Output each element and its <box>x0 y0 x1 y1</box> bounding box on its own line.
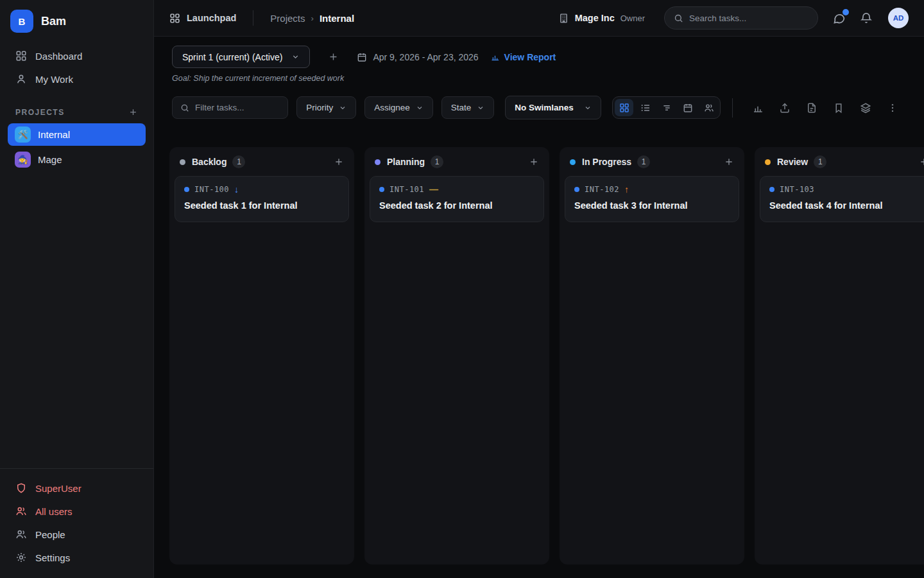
task-status-dot <box>379 187 384 192</box>
sidebar-item-people[interactable]: People <box>0 523 153 546</box>
column-name: Review <box>777 157 808 167</box>
column-status-dot <box>375 159 381 165</box>
layers-icon <box>860 102 871 114</box>
state-filter-dropdown[interactable]: State <box>441 96 495 119</box>
sidebar-project-mage[interactable]: 🧙 Mage <box>8 148 146 171</box>
column-name: In Progress <box>582 157 631 167</box>
priority-high-icon: ↑ <box>624 185 629 194</box>
sidebar-item-all-users[interactable]: All users <box>0 500 153 523</box>
search-input[interactable] <box>689 13 809 23</box>
chevron-down-icon <box>339 104 346 112</box>
export-button[interactable] <box>779 102 791 114</box>
priority-filter-label: Priority <box>306 103 333 112</box>
bookmarks-button[interactable] <box>833 102 844 114</box>
add-card-button[interactable] <box>724 157 734 167</box>
org-switcher[interactable]: Mage Inc Owner <box>558 13 645 24</box>
task-id: INT-103 <box>780 185 814 194</box>
task-card[interactable]: INT-100 ↓ Seeded task 1 for Internal <box>175 176 349 222</box>
breadcrumb: Projects › Internal <box>270 13 354 24</box>
bar-chart-icon <box>752 102 764 114</box>
add-card-button[interactable] <box>334 157 344 167</box>
add-project-button[interactable] <box>128 107 138 117</box>
board-view-button[interactable] <box>615 99 633 116</box>
sprint-goal: Goal: Ship the current increment of seed… <box>172 74 906 83</box>
footer-item-label: SuperUser <box>35 483 81 494</box>
column-count-badge: 1 <box>637 155 650 168</box>
docs-button[interactable] <box>806 102 817 114</box>
list-icon <box>640 103 651 113</box>
swimlanes-select[interactable]: No Swimlanes <box>505 96 601 119</box>
add-card-button[interactable] <box>919 157 924 167</box>
breadcrumb-current: Internal <box>320 13 354 24</box>
column-status-dot <box>570 159 576 165</box>
task-card[interactable]: INT-101 — Seeded task 2 for Internal <box>370 176 544 222</box>
sidebar-item-settings[interactable]: Settings <box>0 546 153 569</box>
column-cards: INT-100 ↓ Seeded task 1 for Internal <box>169 174 354 227</box>
swimlanes-value: No Swimlanes <box>515 103 574 112</box>
calendar-view-button[interactable] <box>678 99 697 116</box>
view-report-label: View Report <box>504 52 556 62</box>
analytics-button[interactable] <box>752 102 764 114</box>
avatar[interactable]: AD <box>888 8 909 28</box>
column-cards: INT-102 ↑ Seeded task 3 for Internal <box>560 174 744 227</box>
app-logo[interactable]: B Bam <box>0 0 153 44</box>
users-icon <box>15 505 27 517</box>
calendar-icon <box>357 52 367 62</box>
column-count-badge: 1 <box>431 155 443 168</box>
task-title: Seeded task 1 for Internal <box>184 200 339 211</box>
task-status-dot <box>769 187 774 192</box>
task-id: INT-102 <box>585 185 619 194</box>
task-title: Seeded task 2 for Internal <box>379 200 535 211</box>
filter-tasks-box[interactable] <box>172 96 288 119</box>
column-review: Review 1 INT-103 Seeded task 4 for Inter… <box>755 147 924 565</box>
sidebar-item-superuser[interactable]: SuperUser <box>0 477 153 500</box>
priority-medium-icon: — <box>429 185 438 194</box>
column-cards: INT-101 — Seeded task 2 for Internal <box>364 174 549 227</box>
sidebar-project-internal[interactable]: 🛠️ Internal <box>8 123 146 146</box>
chevron-down-icon <box>584 104 592 112</box>
bookmark-icon <box>833 102 844 114</box>
add-sprint-button[interactable] <box>328 51 339 62</box>
launchpad-label: Launchpad <box>187 13 236 23</box>
column-name: Planning <box>387 157 425 167</box>
sidebar-item-label: Dashboard <box>35 51 82 62</box>
global-search[interactable] <box>664 6 818 30</box>
breadcrumb-projects[interactable]: Projects <box>270 13 305 24</box>
filter-search-icon <box>180 103 189 112</box>
add-card-button[interactable] <box>529 157 539 167</box>
view-report-link[interactable]: View Report <box>490 52 556 62</box>
sidebar-item-dashboard[interactable]: Dashboard <box>0 44 153 67</box>
people-icon <box>15 529 27 540</box>
sidebar: B Bam Dashboard My Work PROJECTS 🛠️ Inte… <box>0 0 154 578</box>
messages-button[interactable] <box>832 12 846 25</box>
task-card[interactable]: INT-102 ↑ Seeded task 3 for Internal <box>565 176 739 222</box>
topbar-divider <box>253 10 253 26</box>
filter-bar: Priority Assignee State No Swimlanes <box>154 83 924 119</box>
footer-item-label: All users <box>35 506 73 517</box>
notifications-button[interactable] <box>860 12 873 24</box>
priority-filter-dropdown[interactable]: Priority <box>296 96 356 119</box>
launchpad-button[interactable]: Launchpad <box>169 13 236 24</box>
filter-tasks-input[interactable] <box>195 103 280 112</box>
sprint-date-range: Apr 9, 2026 - Apr 23, 2026 <box>357 52 478 62</box>
team-view-button[interactable] <box>699 99 718 116</box>
sprint-selector[interactable]: Sprint 1 (current) (Active) <box>172 46 310 68</box>
timeline-view-button[interactable] <box>657 99 676 116</box>
project-label: Internal <box>38 129 70 140</box>
layers-button[interactable] <box>860 102 871 114</box>
report-chart-icon <box>490 52 500 62</box>
task-card[interactable]: INT-103 Seeded task 4 for Internal <box>760 176 924 222</box>
sidebar-footer: SuperUser All users People Settings <box>0 468 153 578</box>
dashboard-grid-icon <box>15 50 27 62</box>
project-label: Mage <box>38 154 62 165</box>
view-switcher <box>612 96 721 119</box>
chevron-down-icon <box>477 104 484 112</box>
column-header: In Progress 1 <box>560 147 744 174</box>
priority-low-icon: ↓ <box>234 185 239 194</box>
more-options-button[interactable] <box>887 102 898 114</box>
upload-icon <box>779 102 791 114</box>
list-view-button[interactable] <box>636 99 654 116</box>
sidebar-item-my-work[interactable]: My Work <box>0 67 153 91</box>
assignee-filter-dropdown[interactable]: Assignee <box>364 96 433 119</box>
sidebar-spacer <box>0 172 153 468</box>
